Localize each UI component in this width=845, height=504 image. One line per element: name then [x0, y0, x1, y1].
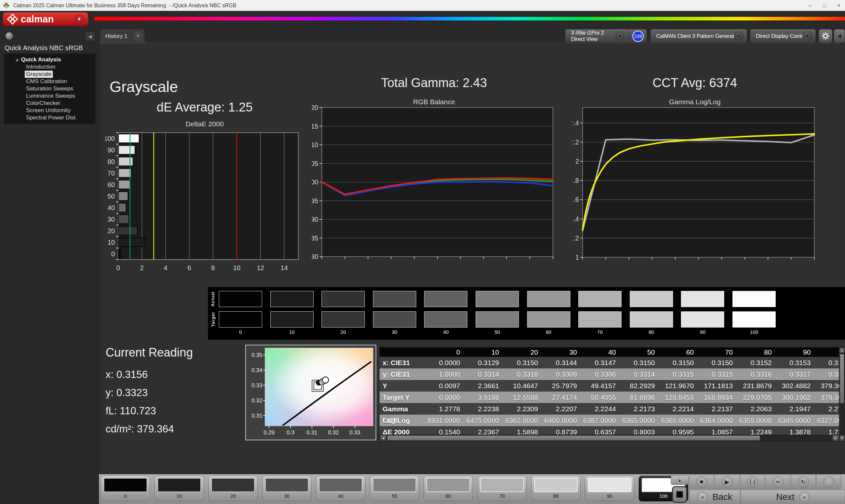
sidebar-item-saturation-sweeps[interactable]: Saturation Sweeps	[4, 85, 95, 92]
pattern-level-swatch	[104, 478, 147, 492]
back-button[interactable]: « Back	[689, 490, 740, 504]
pattern-level-button-0[interactable]: 0	[101, 475, 150, 501]
svg-text:0: 0	[581, 262, 584, 263]
pattern-level-button-30[interactable]: 30	[262, 475, 312, 501]
table-cell: 0.3323	[816, 368, 839, 380]
meter-badge[interactable]: 239	[632, 31, 644, 42]
total-gamma-heading: Total Gamma: 2.43	[312, 76, 556, 90]
table-vertical-scrollbar[interactable]: ▲ ▼	[839, 347, 845, 441]
pattern-level-button-60[interactable]: 60	[423, 475, 473, 501]
current-reading-panel: Current Reading x: 0.3156y: 0.3323fL: 11…	[106, 346, 193, 438]
tree-expander-icon[interactable]: ◢	[16, 58, 18, 61]
sidebar-item-spectral-power-dist[interactable]: Spectral Power Dist.	[4, 114, 95, 121]
sidebar-item-screen-uniformity[interactable]: Screen Uniformity	[4, 107, 95, 114]
scroll-up-button[interactable]: ▲	[839, 348, 845, 353]
pattern-step-button[interactable]: [·]	[740, 475, 765, 489]
table-cell: 168.8934	[699, 392, 738, 403]
extra-button[interactable]	[816, 475, 841, 489]
pattern-window-button[interactable]	[672, 486, 687, 503]
sidebar-item-introduction[interactable]: Introduction	[4, 63, 95, 71]
table-cell: 120.8453	[660, 392, 699, 403]
svg-text:100: 100	[547, 261, 556, 263]
table-header-row: 0102030405060708090100	[380, 347, 839, 357]
gear-icon	[821, 32, 830, 40]
svg-text:100: 100	[106, 135, 115, 142]
panel-collapse-button[interactable]: ◀	[834, 29, 845, 43]
table-cell: 2.2238	[465, 403, 504, 415]
next-button[interactable]: Next »	[741, 490, 845, 504]
sidebar-collapse-button[interactable]: ◀	[85, 32, 95, 41]
target-row-label: Target	[208, 311, 218, 327]
pattern-level-button-20[interactable]: 20	[208, 475, 258, 501]
play-button[interactable]: ▶	[715, 475, 739, 489]
scroll-right-button[interactable]: ▶	[832, 435, 839, 441]
svg-text:70: 70	[108, 169, 115, 177]
table-horizontal-scrollbar[interactable]: ◀ ▶	[380, 435, 839, 441]
svg-text:85: 85	[312, 235, 318, 242]
pattern-level-label: 70	[478, 493, 527, 499]
stop-button[interactable]: ■	[689, 475, 714, 489]
pattern-level-button-50[interactable]: 50	[370, 475, 419, 501]
table-cell: 6365.0000	[621, 415, 660, 426]
close-button[interactable]: ×	[838, 3, 840, 8]
svg-text:10: 10	[108, 239, 115, 246]
sidebar-item-colorchecker[interactable]: ColorChecker	[4, 100, 95, 107]
workflow-radio-icon[interactable]	[5, 32, 13, 40]
spectrum-strip	[94, 17, 845, 20]
table-cell: 0.3315	[699, 368, 738, 380]
table-col-header-90: 90	[777, 347, 816, 357]
svg-text:50: 50	[108, 193, 115, 200]
pattern-level-button-90[interactable]: 90	[585, 475, 634, 501]
tab-history[interactable]: History 1 +	[100, 29, 145, 43]
table-cell: 0.8003	[621, 426, 660, 435]
table-cell: 3.9188	[465, 392, 504, 403]
pattern-level-swatch	[265, 478, 309, 492]
settings-button[interactable]	[818, 29, 832, 43]
pattern-level-button-10[interactable]: 10	[155, 475, 204, 501]
svg-text:90: 90	[788, 262, 795, 263]
svg-text:80: 80	[764, 262, 771, 263]
swatch-level-label: 20	[321, 329, 365, 335]
svg-text:60: 60	[108, 181, 115, 188]
row-label: y: CIE31	[380, 368, 426, 380]
display-control-caret-icon[interactable]: ▼	[803, 31, 812, 41]
table-cell: 2.2214	[660, 403, 699, 415]
calman-logo-menu[interactable]: calman ▼	[3, 12, 88, 26]
target-swatch-0	[219, 311, 262, 327]
scroll-left-button[interactable]: ◀	[380, 435, 386, 441]
sidebar-item-luminance-sweeps[interactable]: Luminance Sweeps	[4, 92, 95, 100]
meter-dropdown[interactable]: X-Rite i1Pro 2 Direct View ▼ 239	[565, 29, 647, 43]
reading-y: y: 0.3323	[106, 384, 193, 402]
sidebar-item-cms-calibration[interactable]: CMS Calibration	[4, 78, 95, 85]
minimize-button[interactable]: –	[809, 3, 812, 8]
add-tab-button[interactable]: +	[133, 31, 143, 41]
display-control-dropdown[interactable]: Direct Display Control ▼	[750, 29, 816, 43]
pattern-level-button-80[interactable]: 80	[531, 475, 581, 501]
loop-button[interactable]: ↻	[791, 475, 816, 489]
pattern-generator-caret-icon[interactable]: ▼	[734, 31, 744, 41]
svg-text:60: 60	[718, 262, 725, 263]
current-reading-title: Current Reading	[106, 346, 193, 360]
horizontal-scroll-thumb[interactable]	[387, 435, 760, 441]
pattern-generator-dropdown[interactable]: CalMAN Client 3 Pattern Generator ▼	[650, 29, 747, 43]
actual-swatch-90	[681, 291, 724, 307]
svg-text:70: 70	[480, 261, 487, 263]
table-cell: 49.4157	[582, 380, 621, 392]
table-cell: 0.3147	[582, 357, 621, 368]
pattern-panel-up-button[interactable]: ▲	[671, 475, 689, 485]
scroll-down-button[interactable]: ▼	[839, 435, 845, 441]
pattern-toolbar: 0102030405060708090100 ▲ ■▶[·]∞↻ « Back …	[99, 474, 845, 504]
tree-node-quick-analysis[interactable]: ◢ Quick Analysis	[4, 56, 95, 63]
sidebar-item-grayscale[interactable]: Grayscale	[4, 71, 95, 78]
maximize-button[interactable]: □	[823, 3, 826, 8]
pattern-level-button-40[interactable]: 40	[316, 475, 365, 501]
table-cell: 81.8898	[621, 392, 660, 403]
vertical-scroll-thumb[interactable]	[840, 354, 844, 403]
meter-caret-icon[interactable]: ▼	[615, 31, 625, 41]
svg-text:30: 30	[108, 216, 115, 223]
deltae-bar-70	[119, 168, 131, 178]
logo-caret-icon[interactable]: ▼	[74, 14, 84, 24]
table-cell: 1.2778	[426, 403, 465, 415]
pattern-level-button-70[interactable]: 70	[477, 475, 527, 501]
continuous-button[interactable]: ∞	[765, 475, 790, 489]
